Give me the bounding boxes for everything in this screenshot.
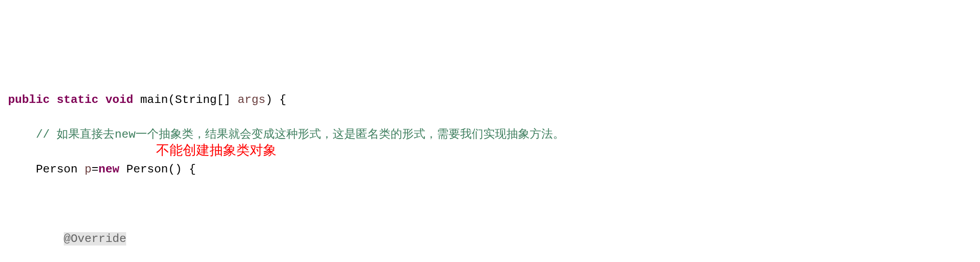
- code-line-4: [0, 196, 980, 213]
- constructor-call: Person() {: [119, 163, 196, 176]
- type-string: String: [175, 93, 217, 106]
- indent: [8, 128, 36, 141]
- annotation-overlay: 不能创建抽象类对象: [156, 140, 276, 160]
- code-line-1: public static void main(String[] args) {: [0, 91, 980, 109]
- equals: =: [91, 163, 99, 176]
- indent: [8, 232, 64, 246]
- comment-text: // 如果直接去new一个抽象类，结果就会变成这种形式，这是匿名类的形式，需要我…: [36, 128, 564, 141]
- keyword-public: public: [8, 93, 50, 106]
- param-args: args: [238, 93, 265, 106]
- indent: [8, 163, 36, 176]
- paren-close: ): [265, 93, 272, 106]
- type-person: Person: [36, 163, 84, 176]
- var-p: p: [85, 163, 92, 176]
- brackets: []: [217, 93, 231, 106]
- method-name: main: [140, 93, 168, 106]
- keyword-static: static: [57, 93, 99, 106]
- keyword-void: void: [105, 93, 133, 106]
- brace-open: {: [272, 93, 286, 106]
- override-annotation: @Override: [64, 232, 126, 246]
- code-line-5: @Override: [0, 230, 980, 248]
- code-editor: public static void main(String[] args) {…: [0, 74, 980, 262]
- code-line-3: Person p=new Person() {: [0, 161, 980, 178]
- keyword-new: new: [99, 163, 119, 176]
- paren-open: (: [168, 93, 175, 106]
- code-line-2: // 如果直接去new一个抽象类，结果就会变成这种形式，这是匿名类的形式，需要我…: [0, 126, 980, 143]
